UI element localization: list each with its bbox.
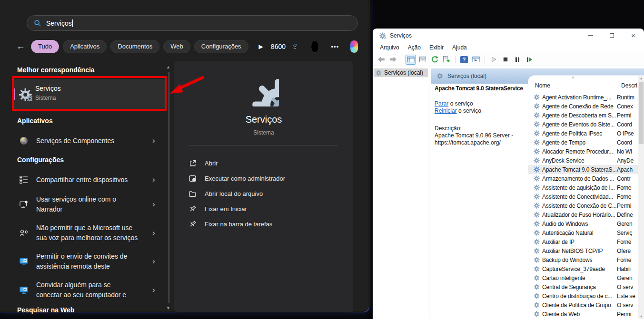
setting-narrator-online[interactable]: Usar serviços online com oNarrador › [13,192,165,217]
service-desc-cell: Este se [617,293,638,300]
tab-documentos[interactable]: Documentos [110,40,159,53]
list-scrollbar[interactable]: ▲ ▼ [638,76,644,319]
rewards-points: 8600 [271,43,286,50]
menu-ajuda[interactable]: Ajuda [448,44,471,51]
setting-share-across-devices[interactable]: Compartilhar entre dispositivos › [13,171,165,188]
action-abrir[interactable]: Abrir [174,155,353,171]
chevron-right-icon[interactable]: › [152,200,155,209]
chevron-right-icon[interactable]: › [152,257,155,266]
service-row[interactable]: AnyDesk Service AnyDe [528,156,638,165]
properties-icon[interactable] [417,55,428,65]
menu-arquivo[interactable]: Arquivo [376,44,404,51]
user-avatar[interactable] [311,40,319,53]
stop-service-icon[interactable] [500,55,511,65]
service-detail-pane: Apache Tomcat 9.0 StateraService Parar o… [435,85,528,146]
service-row[interactable]: Áudio do Windows Geren [528,219,638,228]
restart-service-link[interactable]: Reiniciar [435,107,457,114]
maximize-button[interactable] [601,29,623,42]
service-row[interactable]: Agente de Política IPsec O IPse [528,129,638,138]
start-service-icon[interactable] [488,55,499,65]
service-row[interactable]: Alocador Remote Procedur... No Wi [528,147,638,156]
export-list-icon[interactable] [441,55,452,65]
chevron-right-icon[interactable]: › [152,228,155,238]
service-row[interactable]: Cliente da Web Permi [528,309,638,319]
more-tabs-icon[interactable]: ▶ [259,43,263,50]
service-row[interactable]: Agente de Descoberta em S... Permi [528,111,638,120]
show-console-tree-icon[interactable] [406,55,416,65]
column-header-nome[interactable]: Nome [535,82,550,89]
action-fixar-em-iniciar[interactable]: Fixar em Iniciar [174,201,353,216]
tree-item-servicos-local[interactable]: Serviços (local) [374,68,428,77]
more-options-icon[interactable]: ••• [331,43,339,50]
column-divider[interactable] [618,81,618,91]
service-row[interactable]: Auxiliar de IP Forne [528,237,638,246]
tab-aplicativos[interactable]: Aplicativos [63,40,107,53]
results-scrollbar[interactable] [168,72,169,303]
close-button[interactable]: × [623,29,644,42]
scroll-down-icon[interactable]: ▼ [166,306,170,310]
services-window: Serviços × Arquivo Ação Exibir Ajuda [373,29,644,319]
service-row[interactable]: Agent Activation Runtime_... Runtim [528,93,638,102]
service-row[interactable]: Armazenamento de Dados ... Contr [528,174,638,183]
scroll-up-icon[interactable]: ▲ [638,77,644,80]
scroll-down-icon[interactable]: ▼ [638,315,644,318]
setting-line1: Usar serviços online com o [36,195,116,203]
action-executar-como-administrador[interactable]: Executar como administrador [174,171,353,186]
service-row[interactable]: Agente de Conexão de Rede Conex [528,102,638,111]
action-fixar-na-barra-de-tarefas[interactable]: Fixar na barra de tarefas [174,216,353,232]
help-icon[interactable]: ? [459,55,469,65]
copilot-icon[interactable] [350,40,358,53]
tab-web[interactable]: Web [163,40,190,53]
action-abrir-local-do-arquivo[interactable]: Abrir local do arquivo [174,186,353,201]
back-icon[interactable] [376,55,386,65]
setting-invite-connect[interactable]: Convidar alguém para seconectar ao seu c… [13,278,165,302]
chevron-right-icon[interactable]: › [152,285,155,295]
service-gear-icon [534,157,540,164]
setting-voice-privacy[interactable]: Não permitir que a Microsoft usesua voz … [13,221,165,245]
menu-exibir[interactable]: Exibir [425,44,448,51]
service-row[interactable]: Cartão inteligente Geren [528,273,638,282]
stop-service-link[interactable]: Parar [435,100,448,107]
service-row[interactable]: Centro de distribuição de c... Este se [528,291,638,300]
back-icon[interactable]: ← [16,40,25,53]
tab-configuracoes[interactable]: Configurações [194,40,248,53]
column-header-descricao[interactable]: Descri [621,82,638,89]
service-row[interactable]: Agente de Tempo Coord [528,138,638,147]
forward-icon[interactable] [388,55,398,65]
service-row[interactable]: Atualizador de Fuso Horário... Define [528,210,638,219]
result-servicos-de-componentes[interactable]: Serviços de Componentes › [13,132,165,150]
service-row[interactable]: Agente de Eventos do Siste... Coord [528,120,638,129]
minimize-button[interactable] [580,29,601,42]
service-row[interactable]: Auxiliar NetBIOS TCP/IP Ofere [528,246,638,255]
service-row[interactable]: Cliente da Política de Grupo O serv [528,300,638,309]
section-settings: Configurações [17,156,64,164]
menu-acao[interactable]: Ação [404,44,425,51]
service-row[interactable]: Backup do Windows Forne [528,255,638,264]
service-name-cell: Assistente de Conexão de C... [542,203,617,209]
restart-service-icon[interactable] [524,55,535,65]
setting-remote-invites[interactable]: Permitir o envio de convites deassistênc… [13,249,165,274]
stop-link-suffix: o serviço [448,100,473,107]
refresh-icon[interactable] [429,55,440,65]
rewards-trophy-icon[interactable] [292,42,297,51]
service-row[interactable]: Assistente de Conectividad... Forne [528,192,638,201]
pause-service-icon[interactable] [512,55,523,65]
show-action-pane-icon[interactable] [471,55,481,65]
chevron-right-icon[interactable]: › [152,136,155,145]
sort-ascending-icon[interactable]: ^ [572,76,575,81]
scroll-up-icon[interactable]: ▲ [166,65,170,69]
tab-tudo[interactable]: Tudo [31,40,59,53]
service-row[interactable]: CaptureService_379aede Habili [528,264,638,273]
service-gear-icon [534,94,540,100]
service-desc-cell: Forne [617,239,638,245]
chevron-right-icon[interactable]: › [152,175,155,184]
service-row[interactable]: Central de Segurança O serv [528,282,638,291]
service-row[interactable]: Apache Tomcat 9.0 StateraS... Apach [528,165,638,174]
scrollbar-thumb[interactable] [639,82,644,144]
search-query[interactable]: Serviços [46,19,72,27]
service-row[interactable]: Assistente de aquisição de i... Forne [528,183,638,192]
setting-line1: Não permitir que a Microsoft use [36,224,132,232]
service-row[interactable]: Assistente de Conexão de C... Permi [528,201,638,210]
search-input[interactable]: Serviços [27,15,358,31]
service-row[interactable]: Autenticação Natural Serviç [528,228,638,237]
